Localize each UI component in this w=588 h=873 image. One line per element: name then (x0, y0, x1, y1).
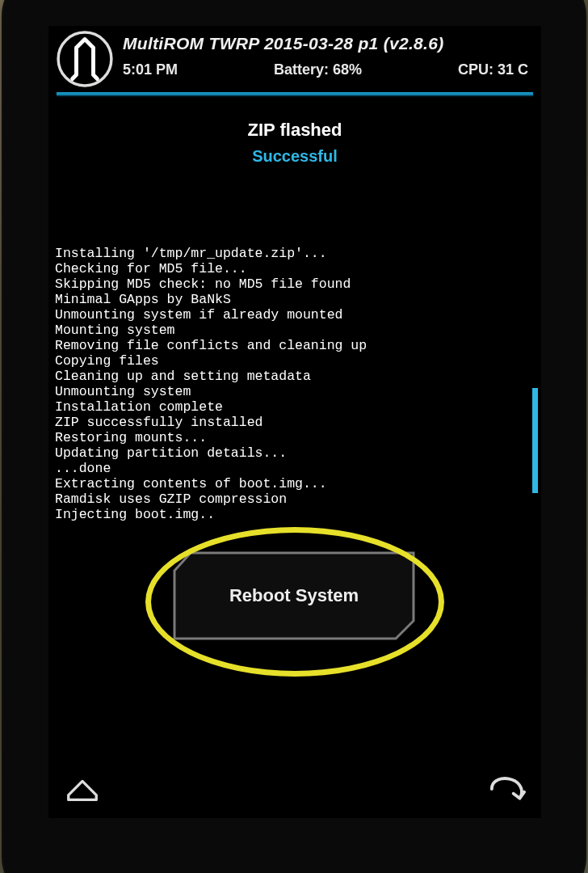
app-header: MultiROM TWRP 2015-03-28 p1 (v2.8.6) 5:0… (48, 26, 541, 87)
reboot-system-button[interactable]: Reboot System (173, 551, 415, 640)
result-heading: ZIP flashed Successful (48, 120, 541, 166)
status-battery: Battery: 68% (274, 61, 362, 78)
header-text: MultiROM TWRP 2015-03-28 p1 (v2.8.6) 5:0… (123, 31, 533, 78)
status-row: 5:01 PM Battery: 68% CPU: 31 C (123, 61, 533, 78)
twrp-logo-icon (57, 31, 113, 87)
app-title: MultiROM TWRP 2015-03-28 p1 (v2.8.6) (123, 34, 533, 53)
log-output: Installing '/tmp/mr_update.zip'... Check… (52, 242, 541, 525)
status-time: 5:01 PM (123, 61, 178, 78)
log-panel[interactable]: Installing '/tmp/mr_update.zip'... Check… (52, 242, 541, 534)
reboot-button-label: Reboot System (229, 585, 359, 606)
phone-body: MultiROM TWRP 2015-03-28 p1 (v2.8.6) 5:0… (2, 0, 586, 873)
phone-screen: MultiROM TWRP 2015-03-28 p1 (v2.8.6) 5:0… (48, 26, 541, 818)
nav-bar (48, 760, 541, 818)
home-icon[interactable] (60, 766, 105, 812)
flash-headline: ZIP flashed (48, 120, 541, 141)
back-icon[interactable] (485, 766, 530, 812)
flash-status: Successful (48, 147, 541, 166)
status-cpu: CPU: 31 C (458, 61, 528, 78)
scrollbar-thumb[interactable] (532, 388, 538, 493)
header-divider (57, 92, 533, 95)
